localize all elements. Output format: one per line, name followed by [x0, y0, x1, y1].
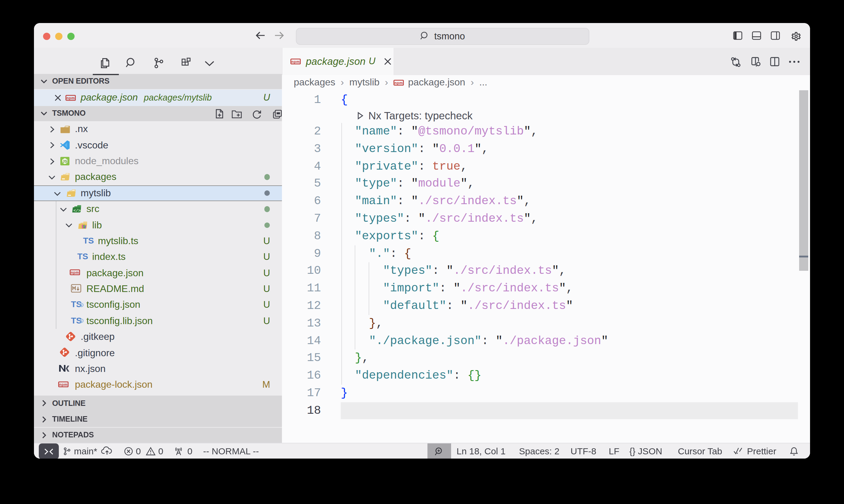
- svg-text:npm: npm: [394, 81, 402, 85]
- svg-text:npm: npm: [71, 270, 79, 275]
- svg-text:npm: npm: [66, 96, 74, 100]
- svg-text:</>: </>: [73, 209, 81, 213]
- svg-text:npm: npm: [291, 59, 299, 64]
- svg-text:npm: npm: [59, 382, 67, 387]
- svg-text:JS: JS: [63, 159, 67, 164]
